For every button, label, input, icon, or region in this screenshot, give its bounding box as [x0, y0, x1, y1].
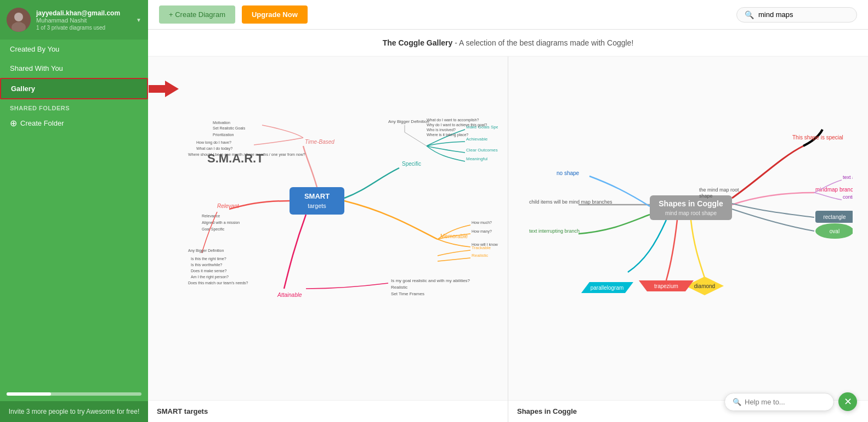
svg-text:Where is it taking place?: Where is it taking place?: [427, 133, 468, 137]
user-header: jayyedali.khan@gmail.com Muhammad Nashit…: [0, 0, 148, 40]
search-input[interactable]: [758, 10, 849, 19]
shapes-in-coggle-diagram: Shapes in Coggle mind map root shape the…: [524, 91, 853, 365]
user-diagrams: 1 of 3 private diagrams used: [36, 25, 131, 31]
user-email: jayyedali.khan@gmail.com: [36, 9, 131, 17]
svg-text:targets: targets: [308, 202, 326, 209]
svg-text:mind map root shape: mind map root shape: [665, 210, 717, 216]
gallery-card-smart-targets[interactable]: SMART targets S.M.A.R.T Specific Make Go…: [148, 57, 508, 422]
upgrade-button[interactable]: Upgrade Now: [242, 5, 308, 24]
svg-text:Goal Specific: Goal Specific: [202, 227, 225, 232]
user-name: Muhammad Nashit: [36, 17, 131, 24]
svg-text:Who is involved?: Who is involved?: [427, 128, 456, 132]
svg-text:Attainable: Attainable: [277, 292, 302, 298]
svg-text:Clear Outcomes: Clear Outcomes: [466, 148, 498, 153]
gallery-grid: SMART targets S.M.A.R.T Specific Make Go…: [148, 57, 868, 422]
arrow-annotation: [149, 81, 179, 97]
svg-text:child items will be mind map b: child items will be mind map branches: [529, 199, 612, 205]
svg-text:Realistic: Realistic: [472, 253, 488, 258]
main-content: + Create Diagram Upgrade Now 🔍 The Coggl…: [148, 0, 868, 422]
user-info: jayyedali.khan@gmail.com Muhammad Nashit…: [36, 9, 131, 31]
gallery-subtitle: - A selection of the best diagrams made …: [452, 38, 633, 47]
sidebar-item-created-by-you[interactable]: Created By You: [0, 40, 148, 59]
svg-text:parallelogram: parallelogram: [591, 285, 624, 291]
svg-text:How long do I have?: How long do I have?: [196, 140, 231, 145]
svg-text:Realistic: Realistic: [391, 285, 407, 290]
svg-text:Relevant: Relevant: [217, 203, 240, 209]
invite-banner: Invite 3 more people to try Awesome for …: [0, 401, 148, 422]
progress-track: [7, 392, 141, 396]
create-folder-button[interactable]: ⊕ Create Folder: [0, 114, 148, 133]
help-close-button[interactable]: ✕: [838, 392, 857, 411]
svg-text:oval: oval: [830, 228, 839, 234]
svg-text:Is this worthwhile?: Is this worthwhile?: [191, 263, 222, 267]
top-bar: + Create Diagram Upgrade Now 🔍: [148, 0, 868, 30]
close-icon: ✕: [844, 396, 852, 408]
create-folder-label: Create Folder: [20, 119, 64, 127]
svg-text:Why do I want to achieve this : Why do I want to achieve this goal?: [427, 123, 487, 127]
svg-text:SMART: SMART: [304, 192, 330, 200]
svg-text:This shape is special: This shape is special: [792, 134, 843, 140]
sidebar-item-gallery[interactable]: Gallery: [0, 78, 148, 99]
svg-text:trapezium: trapezium: [654, 283, 678, 289]
card-label-smart-targets: SMART targets: [148, 400, 508, 422]
create-diagram-button[interactable]: + Create Diagram: [159, 5, 235, 24]
svg-text:Trackable: Trackable: [472, 245, 491, 250]
svg-marker-3: [149, 81, 179, 97]
svg-text:Set Time Frames: Set Time Frames: [391, 291, 424, 296]
progress-fill: [7, 392, 51, 396]
svg-text:Motivation: Motivation: [213, 121, 230, 125]
svg-text:Am I the right person?: Am I the right person?: [191, 275, 229, 279]
svg-point-1: [14, 13, 23, 21]
svg-text:Relevance: Relevance: [202, 214, 220, 218]
smart-targets-diagram: SMART targets S.M.A.R.T Specific Make Go…: [158, 91, 498, 365]
svg-text:How much?: How much?: [472, 221, 492, 224]
plus-circle-icon: ⊕: [10, 118, 17, 128]
svg-text:Set Realistic Goals: Set Realistic Goals: [213, 126, 246, 130]
svg-text:Aligned with a mission: Aligned with a mission: [202, 221, 240, 225]
svg-text:shape: shape: [699, 193, 713, 199]
search-icon: 🔍: [745, 10, 754, 19]
help-search-icon: 🔍: [733, 398, 741, 406]
svg-text:How many?: How many?: [472, 229, 492, 234]
progress-bar-container: [7, 392, 141, 401]
sidebar: jayyedali.khan@gmail.com Muhammad Nashit…: [0, 0, 148, 422]
svg-text:Prioritization: Prioritization: [213, 133, 234, 137]
gallery-card-shapes-in-coggle[interactable]: Shapes in Coggle mind map root shape the…: [508, 57, 868, 422]
search-bar: 🔍: [736, 7, 857, 22]
svg-text:Specific: Specific: [402, 161, 421, 167]
svg-text:Achievable: Achievable: [466, 137, 488, 142]
svg-text:rectangle: rectangle: [823, 214, 846, 220]
svg-text:text interrupting branch: text interrupting branch: [529, 228, 580, 234]
svg-text:continuous branches: continuous branches: [843, 194, 853, 200]
help-input[interactable]: [745, 398, 827, 406]
svg-text:Time-Based: Time-Based: [305, 139, 334, 145]
svg-text:Does it make sense?: Does it make sense?: [191, 269, 226, 273]
svg-text:Does this match our team's nee: Does this match our team's needs?: [188, 281, 248, 285]
svg-text:What can I do today?: What can I do today?: [196, 147, 232, 151]
svg-text:Meaningful: Meaningful: [466, 156, 487, 161]
card-preview-shapes-in-coggle: Shapes in Coggle mind map root shape the…: [508, 57, 868, 400]
svg-text:Any Bigger Definition: Any Bigger Definition: [388, 119, 429, 124]
svg-text:Where should I be in one month: Where should I be in one month / three m…: [188, 153, 305, 157]
sidebar-item-shared-with-you[interactable]: Shared With You: [0, 59, 148, 78]
help-input-bar[interactable]: 🔍: [724, 393, 834, 411]
help-widget: 🔍 ✕: [724, 392, 857, 411]
gallery-title-bar: The Coggle Gallery - A selection of the …: [148, 30, 868, 57]
dropdown-arrow-icon[interactable]: ▼: [136, 17, 141, 23]
card-preview-smart-targets: SMART targets S.M.A.R.T Specific Make Go…: [148, 57, 508, 400]
avatar: [7, 8, 31, 32]
invite-text: Invite 3 more people to try Awesome for …: [9, 408, 140, 415]
svg-text:Is this the right time?: Is this the right time?: [191, 257, 226, 261]
svg-rect-4: [290, 187, 344, 215]
svg-text:diamond: diamond: [694, 283, 715, 289]
svg-text:Any Bigger Definition: Any Bigger Definition: [188, 249, 224, 253]
svg-text:What do I want to accomplish?: What do I want to accomplish?: [427, 118, 479, 122]
svg-text:Shapes in Coggle: Shapes in Coggle: [659, 199, 723, 208]
shared-folders-label: SHARED FOLDERS: [0, 99, 148, 114]
svg-text:the mind map root: the mind map root: [699, 187, 739, 193]
svg-text:Is my goal realistic and with : Is my goal realistic and with my abiliti…: [391, 278, 470, 283]
svg-text:text alongside branch: text alongside branch: [843, 175, 853, 180]
svg-text:no shape: no shape: [557, 170, 580, 176]
gallery-title-text: The Coggle Gallery: [383, 38, 453, 47]
